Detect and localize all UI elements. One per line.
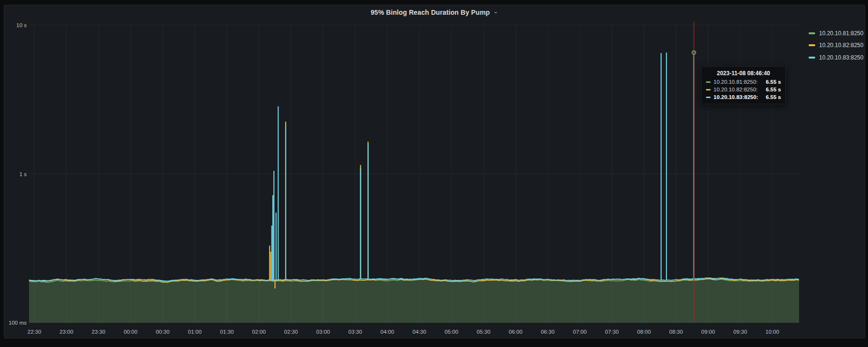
x-axis-tick-label: 05:00 [436,329,467,335]
tooltip-series-swatch [706,89,711,90]
x-axis-tick-label: 01:30 [211,329,242,335]
tooltip-series-value: 6.55 s [761,79,781,85]
x-axis-tick-label: 06:30 [532,329,563,335]
panel-header[interactable]: 95% Binlog Reach Duration By Pump ⌄ [4,5,865,20]
hover-point-marker [692,50,696,54]
x-axis-tick-label: 07:00 [564,329,596,335]
legend-series-swatch [809,32,815,34]
tooltip-row: 10.20.10.81:8250:6.55 s [706,79,781,85]
legend-series-label[interactable]: 10.20.10.81:8250 [819,30,863,37]
legend-series-swatch [809,57,815,59]
legend-series-label[interactable]: 10.20.10.82:8250 [819,42,863,49]
tooltip-series-swatch [706,81,711,83]
tooltip-row: 10.20.10.83:8250:6.55 s [706,94,781,100]
panel-title[interactable]: 95% Binlog Reach Duration By Pump [371,9,490,16]
x-axis-tick-label: 08:30 [660,329,692,335]
x-axis-tick-label: 02:30 [275,329,307,335]
x-axis-tick-label: 05:30 [468,329,499,335]
x-axis-tick-label: 07:30 [596,329,627,335]
x-axis-tick-label: 01:00 [179,329,211,335]
legend-series-label[interactable]: 10.20.10.83:8250 [819,54,863,61]
graph-panel: 95% Binlog Reach Duration By Pump ⌄ 10 s… [4,5,865,338]
x-axis-tick-label: 09:30 [724,329,756,335]
legend-item[interactable]: 10.20.10.81:8250 [809,27,863,40]
x-axis-tick-label: 23:00 [51,329,82,335]
tooltip-series-name: 10.20.10.81:8250: [714,79,758,85]
x-axis-tick-label: 03:00 [308,329,339,335]
y-axis-tick-label: 10 s [4,22,27,29]
hover-tooltip: 2023-11-08 08:46:40 10.20.10.81:8250:6.5… [701,66,786,104]
x-axis-tick-label: 23:30 [83,329,114,335]
tooltip-series-swatch [706,97,711,98]
tooltip-series-name: 10.20.10.82:8250: [714,87,758,92]
tooltip-timestamp: 2023-11-08 08:46:40 [706,70,781,77]
legend: 10.20.10.81:825010.20.10.82:825010.20.10… [809,27,863,64]
chevron-down-icon[interactable]: ⌄ [493,9,498,14]
x-axis-tick-label: 02:00 [243,329,275,335]
x-axis-tick-label: 04:00 [372,329,403,335]
x-axis-tick-label: 04:30 [404,329,435,335]
x-axis-tick-label: 22:30 [19,329,50,335]
x-axis-tick-label: 00:00 [115,329,146,335]
time-series-plot[interactable] [4,5,865,338]
legend-series-swatch [809,44,815,46]
y-axis-tick-label: 100 ms [4,319,27,326]
x-axis-tick-label: 10:00 [757,329,788,335]
x-axis-tick-label: 06:00 [500,329,531,335]
x-axis-tick-label: 00:30 [147,329,178,335]
x-axis-tick-label: 03:30 [339,329,371,335]
x-axis-tick-label: 08:00 [628,329,660,335]
series-area-fill [29,278,799,323]
x-axis-tick-label: 09:00 [693,329,724,335]
tooltip-series-value: 6.55 s [761,87,781,92]
y-axis-tick-label: 1 s [4,171,27,178]
tooltip-row: 10.20.10.82:8250:6.55 s [706,87,781,92]
tooltip-series-name: 10.20.10.83:8250: [714,94,758,100]
tooltip-series-value: 6.55 s [761,94,781,100]
legend-item[interactable]: 10.20.10.82:8250 [809,40,863,52]
legend-item[interactable]: 10.20.10.83:8250 [809,51,863,64]
